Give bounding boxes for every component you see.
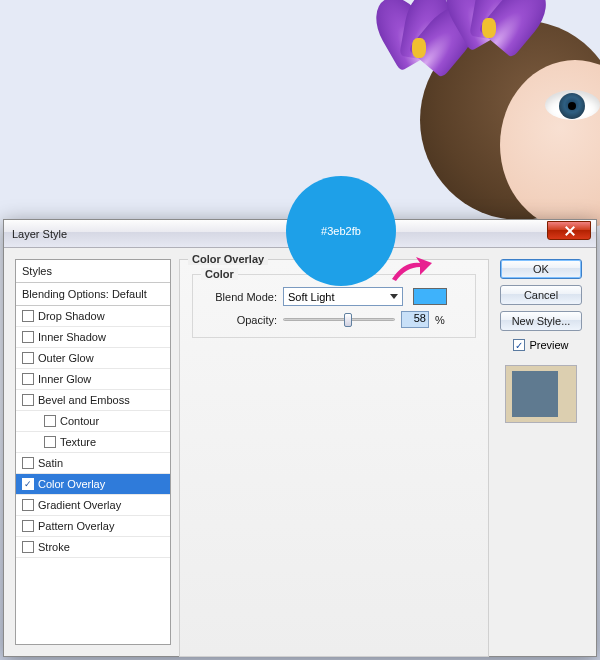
settings-panel: Color Overlay Color Blend Mode: Soft Lig…: [179, 259, 489, 645]
style-item-label: Texture: [60, 436, 96, 448]
dialog-title: Layer Style: [12, 228, 67, 240]
opacity-slider[interactable]: [283, 318, 395, 321]
cancel-label: Cancel: [524, 289, 558, 301]
artwork-portrait: [360, 0, 600, 240]
blend-mode-label: Blend Mode:: [205, 291, 277, 303]
style-item-label: Pattern Overlay: [38, 520, 114, 532]
annotation-arrow-icon: [390, 255, 434, 285]
ok-label: OK: [533, 263, 549, 275]
new-style-label: New Style...: [512, 315, 571, 327]
close-button[interactable]: [547, 221, 591, 240]
preview-label: Preview: [529, 339, 568, 351]
preview-swatch: [505, 365, 577, 423]
style-item-label: Outer Glow: [38, 352, 94, 364]
checkbox-icon[interactable]: [44, 436, 56, 448]
style-item-color-overlay[interactable]: Color Overlay: [16, 474, 170, 495]
checkbox-icon[interactable]: [22, 478, 34, 490]
blend-mode-value: Soft Light: [288, 291, 334, 303]
style-item-label: Bevel and Emboss: [38, 394, 130, 406]
style-item-label: Inner Shadow: [38, 331, 106, 343]
styles-list: Styles Blending Options: Default Drop Sh…: [15, 259, 171, 645]
checkbox-icon[interactable]: [44, 415, 56, 427]
style-item-label: Color Overlay: [38, 478, 105, 490]
action-panel: OK Cancel New Style... Preview: [497, 259, 585, 645]
ok-button[interactable]: OK: [500, 259, 582, 279]
checkbox-icon[interactable]: [22, 541, 34, 553]
checkbox-icon[interactable]: [22, 352, 34, 364]
style-item-inner-glow[interactable]: Inner Glow: [16, 369, 170, 390]
annotation-color-bubble: #3eb2fb: [286, 176, 396, 286]
styles-header[interactable]: Styles: [16, 260, 170, 283]
opacity-unit: %: [435, 314, 445, 326]
style-item-gradient-overlay[interactable]: Gradient Overlay: [16, 495, 170, 516]
style-item-contour[interactable]: Contour: [16, 411, 170, 432]
close-icon: [564, 226, 574, 236]
style-item-label: Satin: [38, 457, 63, 469]
style-item-stroke[interactable]: Stroke: [16, 537, 170, 558]
checkbox-icon[interactable]: [22, 373, 34, 385]
checkbox-icon[interactable]: [22, 499, 34, 511]
annotation-color-text: #3eb2fb: [321, 225, 361, 237]
checkbox-icon[interactable]: [22, 520, 34, 532]
layer-style-dialog: Layer Style Styles Blending Options: Def…: [3, 219, 597, 657]
checkbox-icon: [513, 339, 525, 351]
group-title: Color Overlay: [188, 253, 268, 265]
style-item-satin[interactable]: Satin: [16, 453, 170, 474]
opacity-input[interactable]: 58: [401, 311, 429, 328]
style-item-label: Stroke: [38, 541, 70, 553]
checkbox-icon[interactable]: [22, 310, 34, 322]
chevron-down-icon: [390, 294, 398, 299]
style-item-label: Inner Glow: [38, 373, 91, 385]
slider-thumb-icon[interactable]: [344, 313, 352, 327]
color-swatch[interactable]: [413, 288, 447, 305]
style-item-label: Gradient Overlay: [38, 499, 121, 511]
subgroup-title: Color: [201, 268, 238, 280]
new-style-button[interactable]: New Style...: [500, 311, 582, 331]
style-item-outer-glow[interactable]: Outer Glow: [16, 348, 170, 369]
style-item-bevel-and-emboss[interactable]: Bevel and Emboss: [16, 390, 170, 411]
preview-toggle[interactable]: Preview: [513, 339, 568, 351]
style-item-pattern-overlay[interactable]: Pattern Overlay: [16, 516, 170, 537]
cancel-button[interactable]: Cancel: [500, 285, 582, 305]
color-overlay-group: Color Overlay Color Blend Mode: Soft Lig…: [179, 259, 489, 657]
opacity-label: Opacity:: [205, 314, 277, 326]
style-item-label: Contour: [60, 415, 99, 427]
style-item-label: Drop Shadow: [38, 310, 105, 322]
style-item-inner-shadow[interactable]: Inner Shadow: [16, 327, 170, 348]
blending-options-header[interactable]: Blending Options: Default: [16, 283, 170, 306]
checkbox-icon[interactable]: [22, 331, 34, 343]
checkbox-icon[interactable]: [22, 394, 34, 406]
checkbox-icon[interactable]: [22, 457, 34, 469]
style-item-texture[interactable]: Texture: [16, 432, 170, 453]
blend-mode-dropdown[interactable]: Soft Light: [283, 287, 403, 306]
style-item-drop-shadow[interactable]: Drop Shadow: [16, 306, 170, 327]
